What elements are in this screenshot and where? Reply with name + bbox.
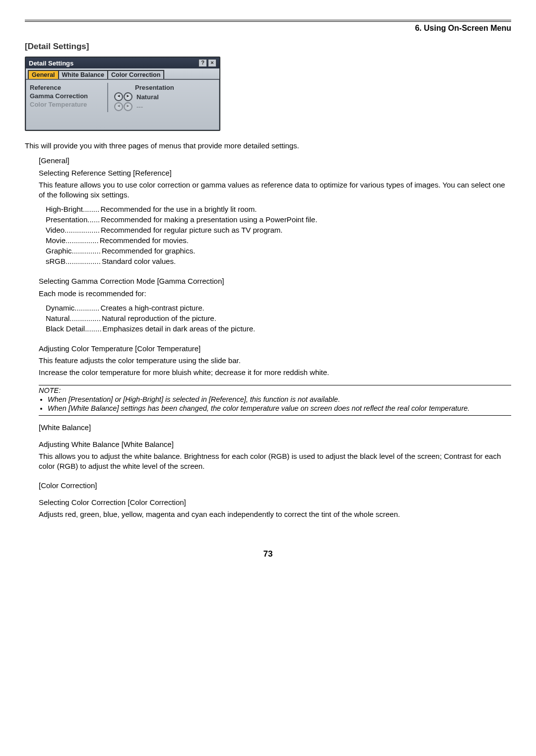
dialog-tabs: General White Balance Color Correction [26, 68, 219, 80]
dots: .............. [72, 247, 101, 255]
opt-term: High-Bright [46, 205, 83, 213]
reference-desc: This feature allows you to use color cor… [39, 180, 511, 200]
chapter-title: 6. Using On-Screen Menu [25, 21, 511, 36]
arrow-left-icon: ◄ [114, 102, 123, 111]
row-gamma-value: Natural [136, 93, 159, 101]
row-ct-label: Color Temperature [30, 101, 104, 108]
dialog-title-text: Detail Settings [29, 60, 73, 67]
ct-p2: Increase the color temperature for more … [39, 368, 511, 378]
note-block: NOTE: When [Presentation] or [High-Brigh… [39, 385, 511, 416]
general-heading: [General] [39, 156, 511, 166]
dots: ........ [85, 324, 101, 333]
opt-desc: Recommended for making a presentation us… [101, 215, 317, 224]
opt-term: Movie [46, 236, 66, 245]
intro-paragraph: This will provide you with three pages o… [25, 141, 511, 151]
opt-desc: Creates a high-contrast picture. [100, 304, 204, 312]
dots: ............ [74, 304, 99, 312]
opt-desc: Standard color values. [102, 257, 176, 265]
row-reference-label: Reference [30, 84, 104, 91]
opt-term: Black Detail [46, 324, 85, 333]
opt-desc: Recommended for regular picture such as … [101, 226, 283, 234]
opt-term: Natural [46, 314, 69, 322]
opt-term: Presentation [46, 215, 87, 224]
wb-title: Adjusting White Balance [White Balance] [39, 440, 511, 449]
opt-term: Dynamic [46, 304, 74, 312]
tab-color-correction[interactable]: Color Correction [107, 70, 164, 79]
opt-desc: Recommended for the use in a brightly li… [100, 205, 257, 213]
dots: ............... [69, 314, 101, 322]
note-head: NOTE: [39, 386, 511, 394]
reference-options: High-Bright ........ Recommended for the… [46, 205, 511, 265]
opt-term: Video [46, 226, 65, 234]
gamma-title: Selecting Gamma Correction Mode [Gamma C… [39, 276, 511, 286]
ct-p1: This feature adjusts the color temperatu… [39, 356, 511, 366]
arrow-right-icon: ► [124, 102, 133, 111]
opt-term: sRGB [46, 257, 66, 265]
wb-desc: This allows you to adjust the white bala… [39, 451, 511, 472]
close-icon[interactable]: × [208, 59, 216, 67]
dots: ................. [66, 257, 101, 265]
row-ct-value: --- [136, 103, 143, 111]
note-bullet: When [White Balance] settings has been c… [48, 404, 511, 412]
cc-heading: [Color Correction] [39, 481, 511, 491]
row-gamma-label: Gamma Correction [30, 92, 104, 100]
arrow-right-icon[interactable]: ► [124, 92, 133, 101]
page-number: 73 [25, 549, 511, 559]
arrow-left-icon[interactable]: ◄ [114, 92, 123, 101]
gamma-options: Dynamic ............ Creates a high-cont… [46, 304, 511, 333]
opt-desc: Recommended for movies. [100, 236, 189, 245]
cc-title: Selecting Color Correction [Color Correc… [39, 498, 511, 507]
help-icon[interactable]: ? [199, 59, 207, 67]
row-reference-value: Presentation [135, 84, 174, 91]
top-rule [25, 20, 511, 20]
opt-desc: Natural reproduction of the picture. [102, 314, 216, 322]
opt-desc: Recommended for graphics. [102, 247, 195, 255]
cc-desc: Adjusts red, green, blue, yellow, magent… [39, 509, 511, 519]
tab-white-balance[interactable]: White Balance [58, 70, 108, 79]
section-title: [Detail Settings] [25, 42, 511, 52]
note-bullet: When [Presentation] or [High-Bright] is … [48, 395, 511, 403]
ct-title: Adjusting Color Temperature [Color Tempe… [39, 344, 511, 354]
dots: ................. [65, 226, 100, 234]
dots: ........ [83, 205, 99, 213]
opt-term: Graphic [46, 247, 72, 255]
detail-settings-dialog: Detail Settings ? × General White Balanc… [25, 57, 220, 131]
gamma-lead: Each mode is recommended for: [39, 289, 511, 299]
dots: ...... [87, 215, 100, 224]
opt-desc: Emphasizes detail in dark areas of the p… [103, 324, 256, 333]
dialog-titlebar: Detail Settings ? × [26, 58, 219, 68]
tab-general[interactable]: General [28, 70, 59, 79]
dots: ................ [66, 236, 99, 245]
wb-heading: [White Balance] [39, 423, 511, 433]
reference-title: Selecting Reference Setting [Reference] [39, 168, 511, 178]
